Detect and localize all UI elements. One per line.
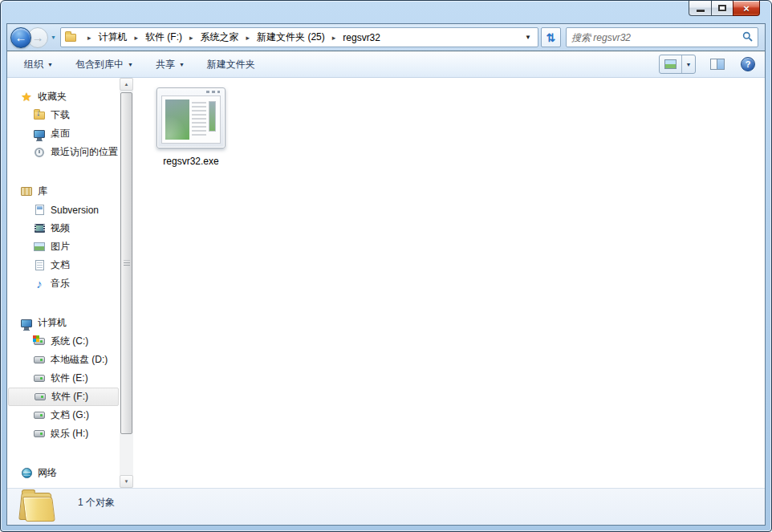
sidebar-item-subversion[interactable]: Subversion	[7, 201, 120, 219]
file-name-label: regsvr32.exe	[151, 156, 231, 167]
search-box	[566, 27, 758, 47]
sidebar-item-pictures[interactable]: 图片	[7, 238, 120, 256]
search-input[interactable]	[571, 32, 739, 43]
breadcrumb-item-drive-f[interactable]: 软件 (F:)	[144, 30, 184, 45]
breadcrumb-separator-icon[interactable]: ▸	[184, 34, 199, 42]
sidebar-label: 桌面	[51, 127, 70, 140]
library-document-icon	[33, 204, 46, 217]
content-area: ★ 收藏夹 ↓ 下载 桌面 最近访问的位置 库	[7, 78, 765, 488]
file-item-regsvr32[interactable]: regsvr32.exe	[151, 87, 231, 167]
recent-pages-chevron-icon[interactable]: ▼	[51, 35, 56, 40]
breadcrumb-item-regsvr32[interactable]: regsvr32	[341, 31, 382, 44]
downloads-folder-icon: ↓	[33, 109, 46, 122]
network-globe-icon	[20, 467, 33, 480]
breadcrumb-item-computer[interactable]: 计算机	[96, 30, 128, 45]
breadcrumb-separator-icon[interactable]: ▸	[241, 34, 256, 42]
sidebar-item-videos[interactable]: 视频	[7, 219, 120, 238]
scroll-up-icon: ▲	[124, 82, 129, 87]
change-view-button[interactable]	[660, 55, 681, 73]
sidebar-label: 文档 (G:)	[51, 408, 89, 422]
command-toolbar: 组织 ▼ 包含到库中 ▼ 共享 ▼ 新建文件夹 ▼	[7, 51, 765, 78]
hard-drive-icon	[34, 391, 47, 404]
folder-icon	[18, 491, 56, 523]
sidebar-item-recent-places[interactable]: 最近访问的位置	[7, 143, 120, 161]
include-in-library-button[interactable]: 包含到库中 ▼	[68, 55, 140, 75]
scroll-up-button[interactable]: ▲	[120, 78, 133, 91]
sidebar-item-drive-e[interactable]: 软件 (E:)	[7, 369, 120, 388]
breadcrumb-separator-icon[interactable]: ▸	[82, 34, 97, 42]
share-button[interactable]: 共享 ▼	[148, 55, 192, 75]
sidebar-item-libraries[interactable]: 库	[7, 182, 120, 201]
sidebar-item-drive-c[interactable]: 系统 (C:)	[7, 332, 120, 351]
explorer-window: × ← → ▼ ▸ 计算机 ▸ 软件 (F:) ▸ 系统之家 ▸ 新建文件夹 (…	[0, 0, 772, 532]
close-button[interactable]: ×	[733, 1, 760, 16]
hard-drive-icon	[33, 409, 46, 422]
help-button[interactable]: ?	[741, 57, 755, 71]
sidebar-label: 视频	[51, 221, 70, 235]
sidebar-item-computer[interactable]: 计算机	[7, 314, 120, 332]
maximize-icon	[718, 5, 726, 11]
sidebar-item-desktop[interactable]: 桌面	[7, 124, 120, 143]
star-icon: ★	[20, 91, 33, 104]
views-thumbnail-icon	[664, 59, 677, 69]
forward-arrow-icon: →	[32, 30, 44, 44]
sidebar-label: 库	[38, 185, 47, 198]
breadcrumb-item-xitongzhijia[interactable]: 系统之家	[199, 30, 241, 45]
sidebar-label: 音乐	[51, 277, 70, 290]
dropdown-arrow-icon: ▼	[47, 62, 53, 67]
sidebar-item-drive-h[interactable]: 娱乐 (H:)	[7, 424, 120, 443]
scrollbar-track[interactable]	[120, 436, 133, 475]
maximize-button[interactable]	[711, 1, 733, 16]
sidebar-item-drive-f-selected[interactable]: 软件 (F:)	[8, 388, 119, 406]
breadcrumb-separator-icon[interactable]: ▸	[327, 34, 342, 42]
share-label: 共享	[156, 58, 175, 71]
search-icon[interactable]	[742, 30, 753, 45]
help-icon: ?	[746, 59, 751, 69]
documents-page-icon	[33, 259, 46, 272]
file-list-area[interactable]: regsvr32.exe	[133, 78, 765, 488]
navigation-bar: ← → ▼ ▸ 计算机 ▸ 软件 (F:) ▸ 系统之家 ▸ 新建文件夹 (25…	[7, 24, 765, 51]
sidebar-label: 软件 (F:)	[51, 390, 88, 404]
sidebar-item-drive-d[interactable]: 本地磁盘 (D:)	[7, 351, 120, 369]
system-drive-icon	[33, 335, 46, 348]
sidebar-label: 娱乐 (H:)	[51, 427, 88, 441]
hard-drive-icon	[33, 428, 46, 441]
refresh-button[interactable]: ⇅	[541, 27, 561, 47]
organize-button[interactable]: 组织 ▼	[17, 55, 60, 75]
sidebar-label: 软件 (E:)	[51, 372, 88, 385]
minimize-button[interactable]	[689, 1, 712, 16]
music-note-icon: ♪	[33, 278, 46, 290]
item-count-label: 1 个对象	[78, 496, 115, 510]
navigation-pane: ★ 收藏夹 ↓ 下载 桌面 最近访问的位置 库	[7, 78, 120, 488]
breadcrumb-separator-icon[interactable]: ▸	[128, 34, 144, 42]
address-bar[interactable]: ▸ 计算机 ▸ 软件 (F:) ▸ 系统之家 ▸ 新建文件夹 (25) ▸ re…	[60, 27, 538, 47]
preview-pane-button[interactable]	[709, 56, 726, 72]
pictures-image-icon	[33, 241, 46, 254]
sidebar-item-network[interactable]: 网络	[7, 464, 120, 482]
back-arrow-icon: ←	[15, 30, 27, 44]
close-icon: ×	[743, 2, 750, 15]
sidebar-label: Subversion	[51, 205, 99, 216]
sidebar-label: 图片	[51, 240, 70, 254]
computer-monitor-icon	[20, 317, 33, 330]
scrollbar-thumb[interactable]	[120, 92, 132, 434]
scroll-down-button[interactable]: ▼	[120, 475, 133, 488]
change-view-dropdown[interactable]: ▼	[681, 55, 695, 73]
dropdown-arrow-icon: ▼	[128, 62, 133, 67]
status-bar: 1 个对象	[7, 488, 765, 525]
toolbar-right-group: ▼ ?	[659, 55, 755, 74]
sidebar-scrollbar[interactable]: ▲ ▼	[120, 78, 133, 488]
new-folder-button[interactable]: 新建文件夹	[200, 55, 262, 75]
dropdown-arrow-icon: ▼	[179, 62, 185, 67]
sidebar-item-music[interactable]: ♪ 音乐	[7, 274, 120, 293]
sidebar-item-downloads[interactable]: ↓ 下载	[7, 106, 120, 124]
breadcrumb-item-new-folder-25[interactable]: 新建文件夹 (25)	[255, 30, 327, 45]
sidebar-item-documents[interactable]: 文档	[7, 256, 120, 274]
sidebar-item-drive-g[interactable]: 文档 (G:)	[7, 406, 120, 424]
sidebar-item-favorites[interactable]: ★ 收藏夹	[7, 87, 120, 106]
hard-drive-icon	[33, 354, 46, 367]
back-button[interactable]: ←	[10, 27, 31, 48]
sidebar-label: 网络	[38, 466, 57, 480]
sidebar-label: 文档	[51, 258, 70, 272]
address-dropdown-icon[interactable]: ▼	[520, 28, 536, 47]
